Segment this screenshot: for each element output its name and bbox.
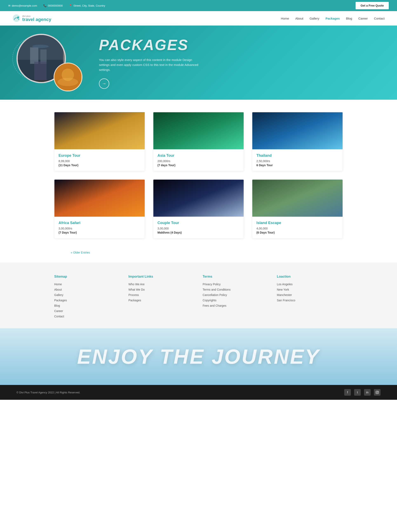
svg-point-18 xyxy=(377,392,378,393)
footer-list-item[interactable]: What We Do xyxy=(128,288,194,291)
package-card[interactable]: Africa Safari3,00,000rs(7 Days Tour) xyxy=(54,179,145,238)
footer-link[interactable]: Los Angeles xyxy=(277,283,292,286)
package-image xyxy=(54,180,145,217)
instagram-icon[interactable] xyxy=(374,389,380,396)
social-icons: f t in xyxy=(344,389,380,396)
footer-list-item[interactable]: Copyrights xyxy=(203,299,269,302)
svg-rect-4 xyxy=(30,47,38,64)
package-card[interactable]: Island Escape4,00,000(6 Days Tour) xyxy=(252,179,343,238)
package-duration: 6 Days Tour xyxy=(256,163,338,167)
footer-list-item[interactable]: Home xyxy=(54,283,120,286)
footer-list-item[interactable]: Contact xyxy=(54,315,120,318)
package-card[interactable]: Asia Tour200,000rs(7 days Tour) xyxy=(153,112,244,171)
footer-link[interactable]: Cancellation Policy xyxy=(203,293,227,296)
hero-section: PACKAGES You can also style every aspect… xyxy=(0,25,397,100)
footer-list-item[interactable]: Who We Are xyxy=(128,283,194,286)
get-quote-button[interactable]: Get a Free Quote xyxy=(356,2,389,9)
package-card[interactable]: Europe Tour8,99,000(11 Days Tour) xyxy=(54,112,145,171)
address-info: 📍 Street, City, State, Country xyxy=(69,4,105,7)
nav-about[interactable]: About xyxy=(295,17,303,20)
footer-link[interactable]: San Francisco xyxy=(277,299,295,302)
package-info: Couple Tour3,00,000Maldives (4 Days) xyxy=(153,217,244,238)
footer-list-item[interactable]: Process xyxy=(128,293,194,296)
nav-packages[interactable]: Packages xyxy=(325,17,340,20)
footer-link[interactable]: Fees and Charges xyxy=(203,304,226,307)
footer-list-item[interactable]: Manchester xyxy=(277,293,343,296)
footer-link[interactable]: Manchester xyxy=(277,293,292,296)
footer-link[interactable]: Contact xyxy=(54,315,64,318)
svg-rect-12 xyxy=(153,112,244,149)
top-bar-contact: ✉ demo@example.com 📞 0000000000 📍 Street… xyxy=(8,4,105,7)
email-icon: ✉ xyxy=(8,4,11,7)
footer-column: SitemapHomeAboutGalleryPackagesBlogCaree… xyxy=(54,275,120,320)
nav-career[interactable]: Career xyxy=(358,17,368,20)
package-info: Thailand2,50,000rs6 Days Tour xyxy=(252,149,343,171)
footer-column-list: HomeAboutGalleryPackagesBlogCareerContac… xyxy=(54,283,120,318)
enjoy-text: ENJOY THE JOURNEY xyxy=(0,345,397,369)
footer-list-item[interactable]: Terms and Conditions xyxy=(203,288,269,291)
footer-list-item[interactable]: Los Angeles xyxy=(277,283,343,286)
nav-home[interactable]: Home xyxy=(281,17,289,20)
footer-link[interactable]: Career xyxy=(54,309,63,313)
package-duration: (7 days Tour) xyxy=(157,163,240,167)
nav-blog[interactable]: Blog xyxy=(346,17,352,20)
footer-list-item[interactable]: Privacy Policy xyxy=(203,283,269,286)
older-entries-link[interactable]: « Older Entries xyxy=(71,251,90,254)
top-bar: ✉ demo@example.com 📞 0000000000 📍 Street… xyxy=(0,0,397,11)
package-duration: (7 Days Tour) xyxy=(59,231,141,234)
svg-point-10 xyxy=(62,69,74,81)
footer-list-item[interactable]: New York xyxy=(277,288,343,291)
footer-link[interactable]: Who We Are xyxy=(128,283,144,286)
enjoy-banner: ENJOY THE JOURNEY xyxy=(0,328,397,385)
footer-list-item[interactable]: Gallery xyxy=(54,293,120,296)
footer-link[interactable]: Packages xyxy=(54,299,67,302)
footer-link[interactable]: New York xyxy=(277,288,289,291)
twitter-icon[interactable]: t xyxy=(354,389,361,396)
footer-link[interactable]: About xyxy=(54,288,62,291)
footer-link[interactable]: What We Do xyxy=(128,288,145,291)
footer-list-item[interactable]: About xyxy=(54,288,120,291)
footer-list-item[interactable]: San Francisco xyxy=(277,299,343,302)
phone-icon: 📞 xyxy=(43,4,47,7)
phone-info: 📞 0000000000 xyxy=(43,4,63,7)
package-card[interactable]: Thailand2,50,000rs6 Days Tour xyxy=(252,112,343,171)
package-price: 4,00,000 xyxy=(256,227,338,230)
footer-list-item[interactable]: Career xyxy=(54,309,120,313)
top-bar-cta: Get a Free Quote xyxy=(356,2,389,9)
svg-rect-15 xyxy=(153,180,244,217)
footer-list-item[interactable]: Cancellation Policy xyxy=(203,293,269,296)
footer-list-item[interactable]: Fees and Charges xyxy=(203,304,269,307)
footer-link[interactable]: Packages xyxy=(128,299,141,302)
svg-point-1 xyxy=(17,17,19,18)
footer-list-item[interactable]: Packages xyxy=(54,299,120,302)
package-title: Island Escape xyxy=(256,221,338,225)
svg-rect-16 xyxy=(252,180,343,217)
footer-link[interactable]: Process xyxy=(128,293,139,296)
footer-link[interactable]: Gallery xyxy=(54,293,63,296)
footer-link[interactable]: Terms and Conditions xyxy=(203,288,230,291)
svg-rect-17 xyxy=(376,391,378,393)
bottom-bar: © Divi Plus Travel Agency 2022 | All Rig… xyxy=(0,385,397,400)
package-image xyxy=(252,112,343,149)
package-card[interactable]: Couple Tour3,00,000Maldives (4 Days) xyxy=(153,179,244,238)
package-title: Africa Safari xyxy=(59,221,141,225)
footer-link[interactable]: Home xyxy=(54,283,62,286)
package-info: Asia Tour200,000rs(7 days Tour) xyxy=(153,149,244,171)
linkedin-icon[interactable]: in xyxy=(364,389,371,396)
facebook-icon[interactable]: f xyxy=(344,389,351,396)
footer-grid: SitemapHomeAboutGalleryPackagesBlogCaree… xyxy=(54,275,343,320)
nav-gallery[interactable]: Gallery xyxy=(310,17,319,20)
footer-link[interactable]: Blog xyxy=(54,304,60,307)
hero-content: PACKAGES You can also style every aspect… xyxy=(87,36,385,89)
svg-rect-7 xyxy=(34,62,47,80)
footer-column: LoactionLos AngelesNew YorkManchesterSan… xyxy=(277,275,343,320)
hero-arrow-button[interactable]: → xyxy=(99,79,109,89)
footer-list-item[interactable]: Blog xyxy=(54,304,120,307)
footer-list-item[interactable]: Packages xyxy=(128,299,194,302)
nav-contact[interactable]: Contact xyxy=(374,17,385,20)
footer-link[interactable]: Copyrights xyxy=(203,299,217,302)
footer-link[interactable]: Privacy Policy xyxy=(203,283,221,286)
svg-point-6 xyxy=(32,45,49,48)
footer: SitemapHomeAboutGalleryPackagesBlogCaree… xyxy=(0,262,397,328)
logo-mark xyxy=(12,14,21,23)
